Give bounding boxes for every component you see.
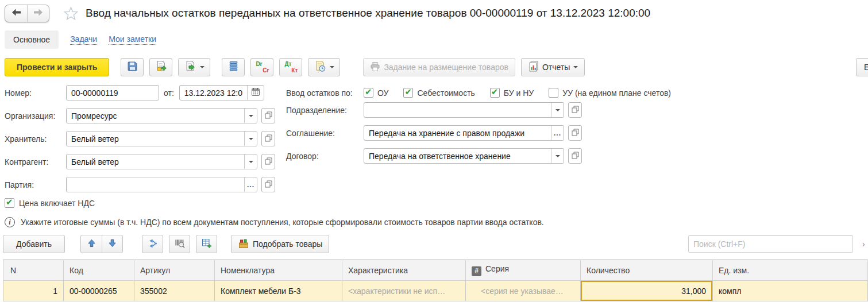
cell-code[interactable]: 00-00000265	[64, 281, 134, 301]
goods-crate-icon	[238, 238, 249, 250]
agreement-select-button[interactable]: ...	[551, 126, 564, 140]
drcr-icon: DrCr	[255, 61, 269, 73]
open-link-icon	[265, 180, 272, 189]
col-header-article[interactable]: Артикул	[134, 260, 215, 281]
document-schedule-button[interactable]	[308, 58, 340, 76]
post-and-close-button[interactable]: Провести и закрыть	[5, 58, 109, 76]
checkbox-bu-nu[interactable]: БУ и НУ	[490, 88, 534, 98]
counterparty-dropdown-button[interactable]	[244, 154, 257, 169]
hash-icon: #	[472, 266, 481, 276]
table-row[interactable]: 1 00-00000265 355002 Комплект мебели Б-3…	[3, 281, 868, 301]
organization-open-button[interactable]	[261, 108, 275, 123]
drcr-button[interactable]: DrCr	[250, 58, 273, 76]
placement-task-button[interactable]: Задание на размещение товаров	[363, 58, 515, 76]
checkbox-cost[interactable]: Себестоимость	[403, 88, 474, 98]
organization-dropdown-button[interactable]	[244, 109, 257, 123]
organization-input[interactable]	[67, 109, 244, 123]
col-header-series[interactable]: #Серия	[466, 260, 581, 281]
dtkt-button[interactable]: ДтКт	[279, 58, 302, 76]
counterparty-open-button[interactable]	[261, 154, 275, 169]
search-expand-icon[interactable]: ›	[862, 239, 865, 249]
cell-series[interactable]: <серия не указывае…	[466, 281, 581, 301]
col-header-unit[interactable]: Ед. изм.	[713, 260, 868, 281]
contract-dropdown-button[interactable]	[551, 149, 564, 163]
agreement-row: Соглашение: ...	[286, 125, 686, 141]
tab-main[interactable]: Основное	[5, 30, 59, 49]
date-label: от:	[164, 88, 174, 98]
document-registers-button[interactable]	[222, 58, 245, 76]
back-button[interactable]	[5, 5, 27, 22]
contract-open-button[interactable]	[568, 148, 582, 164]
favorite-star-icon[interactable]	[63, 6, 79, 21]
move-up-button[interactable]	[81, 235, 102, 253]
cell-nomenclature[interactable]: Комплект мебели Б-3	[215, 281, 342, 301]
batch-input[interactable]	[67, 177, 244, 192]
vat-checkbox-row: Цена включает НДС	[5, 198, 95, 208]
info-row: i Укажите итоговые суммы (в т.ч. НДС) по…	[5, 217, 544, 227]
split-row-button[interactable]	[142, 235, 163, 253]
cell-quantity-selected[interactable]: 31,000	[581, 281, 713, 301]
date-input[interactable]	[180, 86, 247, 100]
contract-input[interactable]	[364, 149, 551, 163]
checkbox-icon[interactable]	[549, 88, 558, 98]
agreement-input[interactable]	[364, 126, 551, 140]
col-header-quantity[interactable]: Количество	[581, 260, 713, 281]
batch-open-button[interactable]	[261, 177, 275, 192]
barcode-search-button[interactable]	[169, 235, 190, 253]
cell-unit[interactable]: компл	[713, 281, 868, 301]
chevron-down-icon	[573, 66, 578, 68]
add-by-table-button[interactable]	[196, 235, 217, 253]
checkbox-icon[interactable]	[364, 88, 373, 98]
checkbox-uu[interactable]: УУ (на едином плане счетов)	[549, 88, 671, 98]
cell-n[interactable]: 1	[3, 281, 64, 301]
post-document-button[interactable]	[149, 58, 172, 76]
vat-label: Цена включает НДС	[19, 199, 95, 208]
tab-notes[interactable]: Мои заметки	[109, 34, 156, 45]
checkbox-ou[interactable]: ОУ	[364, 88, 388, 98]
keeper-dropdown-button[interactable]	[244, 131, 257, 146]
department-label: Подразделение:	[286, 106, 364, 115]
chevron-down-icon	[555, 155, 560, 157]
counterparty-input[interactable]	[67, 154, 244, 169]
contract-label: Договор:	[286, 152, 364, 161]
keeper-open-button[interactable]	[261, 131, 275, 146]
arrow-down-icon	[108, 239, 117, 249]
col-header-characteristic[interactable]: Характеристика	[342, 260, 466, 281]
department-open-button[interactable]	[568, 102, 582, 118]
create-based-on-button[interactable]	[178, 58, 210, 76]
cell-article[interactable]: 355002	[134, 281, 215, 301]
balances-row: Ввод остатков по: ОУ Себестоимость БУ и …	[286, 85, 686, 100]
items-search-input[interactable]	[688, 235, 853, 253]
checkbox-icon[interactable]	[490, 88, 500, 98]
number-label: Номер:	[5, 88, 66, 98]
col-header-n[interactable]: N	[3, 260, 64, 281]
vat-checkbox[interactable]	[5, 198, 14, 208]
reports-button[interactable]: Отчеты	[521, 58, 585, 76]
items-search	[688, 235, 853, 253]
batch-select-button[interactable]: ...	[244, 177, 257, 192]
department-dropdown-button[interactable]	[551, 103, 564, 117]
calendar-button[interactable]	[247, 86, 264, 100]
number-input[interactable]	[67, 86, 159, 100]
tab-tasks[interactable]: Задачи	[70, 34, 97, 45]
department-row: Подразделение:	[286, 102, 686, 118]
checkbox-icon[interactable]	[403, 88, 413, 98]
move-down-button[interactable]	[102, 235, 122, 253]
titlebar: Ввод начальных остатков переданных на от…	[5, 3, 868, 23]
add-row-button[interactable]: Добавить	[3, 235, 65, 253]
col-header-nomenclature[interactable]: Номенклатура	[215, 260, 342, 281]
info-message: Укажите итоговые суммы (в т.ч. НДС) по в…	[21, 218, 544, 227]
agreement-open-button[interactable]	[568, 125, 582, 141]
col-header-code[interactable]: Код	[64, 260, 134, 281]
dtkt-icon: ДтКт	[284, 61, 298, 73]
forward-button[interactable]	[27, 5, 49, 22]
department-input[interactable]	[364, 103, 551, 117]
calendar-icon	[251, 87, 260, 98]
keeper-input[interactable]	[67, 131, 244, 146]
chevron-down-icon	[555, 109, 560, 111]
items-table: N Код Артикул Номенклатура Характеристик…	[3, 260, 868, 301]
pick-goods-button[interactable]: Подобрать товары	[231, 235, 329, 253]
more-button[interactable]: Еще	[856, 58, 868, 76]
save-button[interactable]	[121, 58, 144, 76]
cell-characteristic[interactable]: <характеристики не исп…	[342, 281, 466, 301]
